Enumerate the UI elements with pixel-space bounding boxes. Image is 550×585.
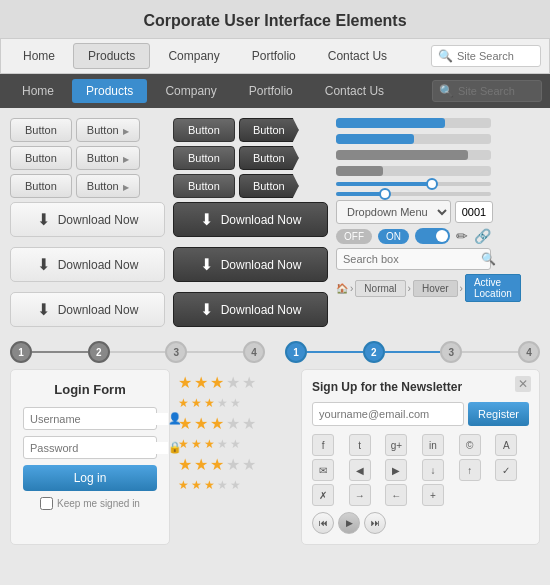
social-cross-icon[interactable]: ✗ <box>312 484 334 506</box>
star-1-1[interactable]: ★ <box>178 373 192 392</box>
star-1-3[interactable]: ★ <box>210 373 224 392</box>
keep-signed-checkbox[interactable] <box>40 497 53 510</box>
star-2-3[interactable]: ★ <box>210 414 224 433</box>
breadcrumb-hover[interactable]: Hover <box>413 280 458 297</box>
username-input[interactable] <box>30 413 168 425</box>
toggle-on[interactable]: ON <box>378 229 409 244</box>
search-box-input[interactable] <box>343 253 481 265</box>
nav-dark-home[interactable]: Home <box>8 79 68 103</box>
social-text-icon[interactable]: A <box>495 434 517 456</box>
number-input[interactable] <box>455 201 493 223</box>
download-dark-2[interactable]: ⬇ Download Now <box>173 247 328 282</box>
button-arrow-light-1[interactable]: Button <box>76 118 140 142</box>
slider-track-2[interactable] <box>336 192 491 196</box>
nav-light-contact[interactable]: Contact Us <box>314 44 401 68</box>
download-light-1[interactable]: ⬇ Download Now <box>10 202 165 237</box>
register-button[interactable]: Register <box>468 402 529 426</box>
star-2-2[interactable]: ★ <box>194 414 208 433</box>
toggle-switch[interactable] <box>415 228 450 244</box>
newsletter-email-input[interactable] <box>312 402 464 426</box>
star-s2-1[interactable]: ★ <box>178 437 189 451</box>
star-2-4[interactable]: ★ <box>226 414 240 433</box>
nav-dark-products[interactable]: Products <box>72 79 147 103</box>
player-play-button[interactable]: ▶ <box>338 512 360 534</box>
star-3-2[interactable]: ★ <box>194 455 208 474</box>
nav-light-products[interactable]: Products <box>73 43 150 69</box>
social-linkedin-icon[interactable]: in <box>422 434 444 456</box>
login-button[interactable]: Log in <box>23 465 157 491</box>
star-1-5[interactable]: ★ <box>242 373 256 392</box>
link-icon[interactable]: 🔗 <box>474 228 491 244</box>
social-facebook-icon[interactable]: f <box>312 434 334 456</box>
nav-light-home[interactable]: Home <box>9 44 69 68</box>
star-1-2[interactable]: ★ <box>194 373 208 392</box>
social-right-icon[interactable]: ▶ <box>385 459 407 481</box>
social-up-icon[interactable]: ↑ <box>459 459 481 481</box>
star-s3-3[interactable]: ★ <box>204 478 215 492</box>
button-dark-1[interactable]: Button <box>173 118 235 142</box>
password-input[interactable] <box>30 442 168 454</box>
social-left-icon[interactable]: ◀ <box>349 459 371 481</box>
nav-dark-portfolio[interactable]: Portfolio <box>235 79 307 103</box>
button-arrow-dark-2[interactable]: Button <box>239 146 299 170</box>
player-next-button[interactable]: ⏭ <box>364 512 386 534</box>
download-dark-1[interactable]: ⬇ Download Now <box>173 202 328 237</box>
star-3-4[interactable]: ★ <box>226 455 240 474</box>
edit-icon[interactable]: ✏ <box>456 228 468 244</box>
toggle-off[interactable]: OFF <box>336 229 372 244</box>
button-light-3[interactable]: Button <box>10 174 72 198</box>
star-2-1[interactable]: ★ <box>178 414 192 433</box>
social-mail-icon[interactable]: ✉ <box>312 459 334 481</box>
star-s3-5[interactable]: ★ <box>230 478 241 492</box>
button-dark-2[interactable]: Button <box>173 146 235 170</box>
nav-dark-search-input[interactable] <box>458 85 538 97</box>
star-s1-1[interactable]: ★ <box>178 396 189 410</box>
star-1-4[interactable]: ★ <box>226 373 240 392</box>
star-s1-4[interactable]: ★ <box>217 396 228 410</box>
player-prev-button[interactable]: ⏮ <box>312 512 334 534</box>
download-dark-3[interactable]: ⬇ Download Now <box>173 292 328 327</box>
star-3-3[interactable]: ★ <box>210 455 224 474</box>
social-copyright-icon[interactable]: © <box>459 434 481 456</box>
star-s3-2[interactable]: ★ <box>191 478 202 492</box>
star-3-1[interactable]: ★ <box>178 455 192 474</box>
star-s2-2[interactable]: ★ <box>191 437 202 451</box>
button-dark-3[interactable]: Button <box>173 174 235 198</box>
star-2-5[interactable]: ★ <box>242 414 256 433</box>
social-arrow-right-icon[interactable]: → <box>349 484 371 506</box>
star-s2-5[interactable]: ★ <box>230 437 241 451</box>
button-arrow-dark-3[interactable]: Button <box>239 174 299 198</box>
nav-dark-contact[interactable]: Contact Us <box>311 79 398 103</box>
star-s1-5[interactable]: ★ <box>230 396 241 410</box>
star-s3-1[interactable]: ★ <box>178 478 189 492</box>
newsletter-close-button[interactable]: ✕ <box>515 376 531 392</box>
star-s1-2[interactable]: ★ <box>191 396 202 410</box>
social-plus-icon[interactable]: + <box>422 484 444 506</box>
nav-light-search-input[interactable] <box>457 50 537 62</box>
breadcrumb-home-icon[interactable]: 🏠 <box>336 283 348 294</box>
nav-light-company[interactable]: Company <box>154 44 233 68</box>
button-arrow-light-2[interactable]: Button <box>76 146 140 170</box>
social-check-icon[interactable]: ✓ <box>495 459 517 481</box>
social-google-icon[interactable]: g+ <box>385 434 407 456</box>
breadcrumb-normal[interactable]: Normal <box>355 280 405 297</box>
nav-dark-company[interactable]: Company <box>151 79 230 103</box>
breadcrumb-active[interactable]: Active Location <box>465 274 521 302</box>
star-s3-4[interactable]: ★ <box>217 478 228 492</box>
download-light-3[interactable]: ⬇ Download Now <box>10 292 165 327</box>
download-light-2[interactable]: ⬇ Download Now <box>10 247 165 282</box>
star-s2-3[interactable]: ★ <box>204 437 215 451</box>
button-arrow-dark-1[interactable]: Button <box>239 118 299 142</box>
social-twitter-icon[interactable]: t <box>349 434 371 456</box>
star-s2-4[interactable]: ★ <box>217 437 228 451</box>
social-arrow-left-icon[interactable]: ← <box>385 484 407 506</box>
button-light-1[interactable]: Button <box>10 118 72 142</box>
social-down-icon[interactable]: ↓ <box>422 459 444 481</box>
button-arrow-light-3[interactable]: Button <box>76 174 140 198</box>
star-3-5[interactable]: ★ <box>242 455 256 474</box>
dropdown-menu[interactable]: Dropdown Menu <box>336 200 451 224</box>
star-s1-3[interactable]: ★ <box>204 396 215 410</box>
slider-track-1[interactable] <box>336 182 491 186</box>
button-light-2[interactable]: Button <box>10 146 72 170</box>
nav-light-portfolio[interactable]: Portfolio <box>238 44 310 68</box>
